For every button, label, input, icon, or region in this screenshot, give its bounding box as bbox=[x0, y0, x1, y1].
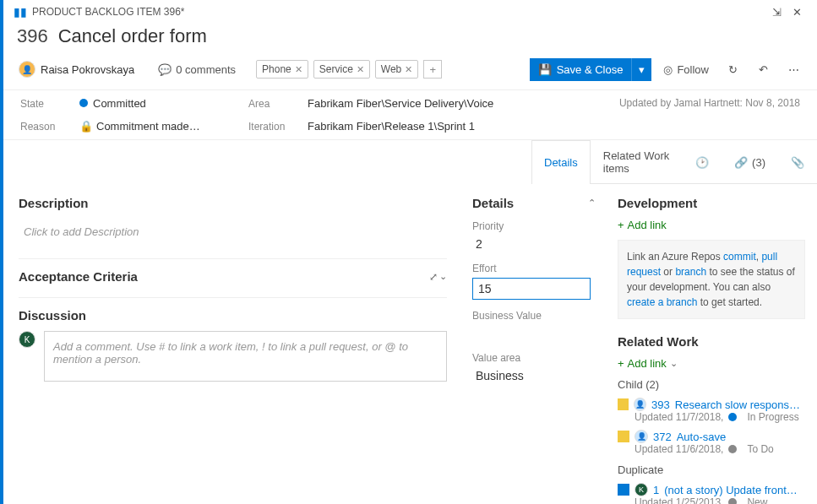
assignee-name: Raisa Pokrovskaya bbox=[41, 63, 134, 76]
task-icon bbox=[618, 398, 629, 410]
restore-icon[interactable]: ⇲ bbox=[766, 6, 787, 19]
save-dropdown[interactable]: ▾ bbox=[631, 58, 651, 81]
discussion-input[interactable]: Add a comment. Use # to link a work item… bbox=[44, 331, 447, 382]
add-tag-button[interactable]: + bbox=[423, 60, 442, 79]
description-heading: Description bbox=[19, 196, 447, 210]
tab-related[interactable]: Related Work items bbox=[591, 140, 683, 183]
work-item-title[interactable]: Cancel order form bbox=[58, 25, 207, 47]
area-field[interactable]: Fabrikam Fiber\Service Delivery\Voice bbox=[308, 97, 561, 110]
refresh-button[interactable]: ↻ bbox=[721, 57, 744, 81]
commit-link[interactable]: commit bbox=[723, 251, 756, 263]
tag-web[interactable]: Web✕ bbox=[375, 60, 418, 79]
comments-count: 0 comments bbox=[176, 63, 236, 76]
branch-link[interactable]: branch bbox=[675, 266, 706, 278]
iteration-field[interactable]: Fabrikam Fiber\Release 1\Sprint 1 bbox=[308, 120, 561, 133]
effort-field[interactable]: 15 bbox=[472, 278, 591, 300]
comments-button[interactable]: 💬 0 comments bbox=[158, 63, 236, 76]
related-item-title[interactable]: (not a story) Update front pa… bbox=[664, 484, 799, 496]
duplicate-header: Duplicate bbox=[618, 463, 805, 476]
tag-remove-icon[interactable]: ✕ bbox=[405, 64, 412, 75]
add-dev-link-button[interactable]: +Add link bbox=[618, 219, 805, 231]
details-heading: Details bbox=[472, 196, 514, 210]
add-related-link-button[interactable]: +Add link ⌄ bbox=[618, 357, 805, 370]
discussion-heading: Discussion bbox=[19, 308, 447, 322]
effort-label: Effort bbox=[472, 263, 596, 274]
more-actions-button[interactable]: ⋯ bbox=[782, 57, 805, 81]
related-item-title[interactable]: Research slow response ti… bbox=[675, 398, 805, 411]
save-and-close-button[interactable]: 💾 Save & Close bbox=[530, 58, 632, 81]
business-value-label: Business Value bbox=[472, 310, 596, 322]
tab-history[interactable]: 🕑 bbox=[683, 140, 722, 183]
tag-remove-icon[interactable]: ✕ bbox=[295, 64, 302, 75]
follow-button[interactable]: ◎ Follow bbox=[658, 63, 714, 76]
priority-label: Priority bbox=[472, 220, 596, 232]
undo-button[interactable]: ↶ bbox=[751, 57, 775, 81]
development-heading: Development bbox=[618, 196, 805, 210]
iteration-label: Iteration bbox=[248, 121, 308, 133]
acceptance-heading: Acceptance Criteria bbox=[19, 269, 138, 284]
chevron-down-icon: ⌄ bbox=[670, 358, 678, 369]
pbi-icon bbox=[618, 484, 629, 496]
value-area-field[interactable]: Business bbox=[472, 367, 596, 384]
avatar: K bbox=[635, 483, 648, 496]
save-icon: 💾 bbox=[538, 63, 552, 76]
related-item-title[interactable]: Auto-save bbox=[677, 431, 727, 443]
attachment-icon: 📎 bbox=[791, 156, 804, 169]
priority-field[interactable]: 2 bbox=[472, 236, 596, 252]
history-icon: 🕑 bbox=[695, 156, 709, 169]
updated-by: Updated by Jamal Hartnett: Nov 8, 2018 bbox=[619, 97, 800, 109]
state-dot bbox=[79, 99, 88, 107]
description-field[interactable]: Click to add Description bbox=[19, 219, 447, 245]
tab-links[interactable]: 🔗(3) bbox=[722, 140, 778, 183]
area-label: Area bbox=[248, 98, 308, 110]
tag-remove-icon[interactable]: ✕ bbox=[357, 64, 364, 75]
pbi-icon: ▮▮ bbox=[14, 5, 27, 19]
related-work-heading: Related Work bbox=[618, 334, 805, 349]
plus-icon: + bbox=[618, 357, 624, 370]
state-label: State bbox=[20, 98, 79, 110]
assignee-picker[interactable]: 👤 Raisa Pokrovskaya bbox=[15, 59, 138, 79]
avatar: 👤 bbox=[634, 398, 646, 411]
avatar: 👤 bbox=[635, 430, 648, 443]
comment-icon: 💬 bbox=[158, 63, 172, 76]
plus-icon: + bbox=[618, 219, 624, 231]
related-item[interactable]: 👤 372 Auto-save bbox=[618, 430, 805, 443]
avatar: 👤 bbox=[19, 61, 35, 78]
value-area-label: Value area bbox=[472, 352, 596, 364]
tag-list: Phone✕ Service✕ Web✕ + bbox=[256, 60, 442, 79]
follow-icon: ◎ bbox=[663, 63, 673, 76]
lock-icon: 🔒 bbox=[79, 120, 93, 133]
breadcrumb: PRODUCT BACKLOG ITEM 396* bbox=[32, 6, 766, 18]
related-item[interactable]: K 1 (not a story) Update front pa… bbox=[618, 483, 805, 496]
child-header: Child (2) bbox=[618, 378, 805, 391]
close-icon[interactable]: ✕ bbox=[787, 6, 807, 19]
create-branch-link[interactable]: create a branch bbox=[627, 296, 697, 308]
tag-phone[interactable]: Phone✕ bbox=[256, 60, 308, 79]
current-user-avatar: K bbox=[19, 331, 35, 348]
task-icon bbox=[618, 431, 629, 442]
tag-service[interactable]: Service✕ bbox=[313, 60, 370, 79]
state-field[interactable]: Committed bbox=[79, 97, 248, 110]
work-item-id: 396 bbox=[17, 25, 48, 47]
reason-field[interactable]: 🔒Commitment made… bbox=[79, 120, 248, 133]
link-icon: 🔗 bbox=[734, 156, 748, 169]
expand-button[interactable]: ⤢ ⌄ bbox=[429, 271, 447, 283]
collapse-icon[interactable]: ⌃ bbox=[588, 198, 596, 209]
reason-label: Reason bbox=[20, 121, 79, 133]
tab-attachments[interactable]: 📎 bbox=[778, 140, 817, 183]
tab-details[interactable]: Details bbox=[531, 140, 591, 184]
related-item[interactable]: 👤 393 Research slow response ti… bbox=[618, 398, 805, 411]
development-info: Link an Azure Repos commit, pull request… bbox=[618, 240, 805, 319]
